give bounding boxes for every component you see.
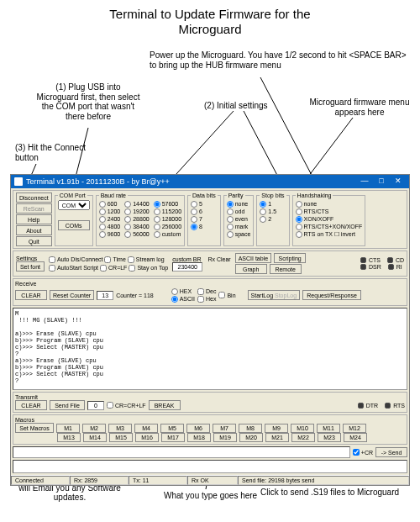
- check-crlf[interactable]: CR=LF: [100, 264, 127, 272]
- macro-M18[interactable]: M18: [187, 433, 211, 442]
- macro-M17[interactable]: M17: [161, 433, 185, 442]
- macro-M12[interactable]: M12: [343, 424, 366, 433]
- counter-input[interactable]: [97, 291, 113, 300]
- baud-14400[interactable]: 14400: [124, 200, 149, 208]
- handshake-RTSonTXinvert[interactable]: RTS on TX ☐ invert: [296, 230, 363, 238]
- ascii-table-button[interactable]: ASCII table: [235, 253, 271, 263]
- transmit-clear-button[interactable]: CLEAR: [15, 400, 47, 410]
- transmit-log[interactable]: [13, 460, 407, 473]
- databits-5[interactable]: 5: [191, 200, 218, 208]
- baud-9600[interactable]: 9600: [99, 230, 121, 238]
- macro-M14[interactable]: M14: [83, 433, 107, 442]
- macro-M24[interactable]: M24: [344, 433, 367, 442]
- baud-600[interactable]: 600: [99, 200, 121, 208]
- baud-1200[interactable]: 1200: [99, 208, 121, 215]
- baud-2400[interactable]: 2400: [99, 215, 121, 223]
- parity-group: Parity noneoddevenmarkspace: [223, 192, 255, 246]
- macro-M8[interactable]: M8: [239, 424, 262, 433]
- rescan-button[interactable]: ReScan: [16, 203, 52, 214]
- macro-M4[interactable]: M4: [134, 424, 158, 433]
- tx-crlf-check[interactable]: CR=CR+LF: [107, 402, 146, 409]
- macro-M13[interactable]: M13: [57, 433, 81, 442]
- baud-256000[interactable]: 256000: [154, 223, 181, 230]
- macro-M2[interactable]: M2: [82, 424, 106, 433]
- macro-M10[interactable]: M10: [291, 424, 314, 433]
- baud-115200[interactable]: 115200: [154, 208, 181, 215]
- macro-M11[interactable]: M11: [317, 424, 340, 433]
- startlog-button[interactable]: StartLog StopLog: [248, 290, 301, 300]
- transmit-input[interactable]: [13, 446, 350, 458]
- baud-56000[interactable]: 56000: [124, 230, 149, 238]
- check-autodc[interactable]: Auto Dis/Connect: [49, 256, 102, 263]
- macro-M20[interactable]: M20: [239, 433, 263, 442]
- maximize-button[interactable]: □: [374, 177, 389, 187]
- handshake-XONXOFF[interactable]: XON/XOFF: [296, 215, 363, 223]
- graph-button[interactable]: Graph: [235, 264, 267, 274]
- receive-textarea[interactable]: M !!! MG (SLAVE) !!! a)>>> Erase (SLAVE)…: [13, 308, 407, 390]
- about-button[interactable]: About: [16, 225, 52, 235]
- parity-mark[interactable]: mark: [227, 223, 251, 230]
- check-stayontop[interactable]: Stay on Top: [129, 264, 168, 272]
- rx-dec-check[interactable]: Dec: [197, 287, 216, 295]
- comport-select[interactable]: COM3: [58, 200, 90, 210]
- reset-counter-button[interactable]: Reset Counter: [50, 290, 94, 300]
- baud-28800[interactable]: 28800: [124, 215, 149, 223]
- rx-hex-check[interactable]: Hex: [197, 295, 216, 303]
- baud-128000[interactable]: 128000: [154, 215, 181, 223]
- parity-odd[interactable]: odd: [227, 208, 251, 215]
- break-button[interactable]: BREAK: [149, 400, 181, 410]
- custom-br-input[interactable]: [172, 262, 202, 272]
- macro-M15[interactable]: M15: [109, 433, 133, 442]
- macro-M22[interactable]: M22: [291, 433, 315, 442]
- baud-4800[interactable]: 4800: [99, 223, 121, 230]
- setfont-button[interactable]: Set font: [16, 261, 45, 272]
- coms-button[interactable]: COMs: [58, 220, 90, 230]
- baud-38400[interactable]: 38400: [124, 223, 149, 230]
- macro-M9[interactable]: M9: [265, 424, 288, 433]
- macro-M19[interactable]: M19: [213, 433, 237, 442]
- remote-button[interactable]: Remote: [270, 264, 302, 274]
- parity-even[interactable]: even: [227, 215, 251, 223]
- baud-57600[interactable]: 57600: [154, 200, 181, 208]
- stopbits-15[interactable]: 1.5: [260, 208, 286, 215]
- minimize-button[interactable]: —: [357, 177, 372, 187]
- stopbits-1[interactable]: 1: [260, 200, 286, 208]
- rx-bin-check[interactable]: Bin: [218, 292, 235, 299]
- send-button[interactable]: -> Send: [375, 447, 407, 457]
- macro-M7[interactable]: M7: [213, 424, 236, 433]
- disconnect-button[interactable]: Disconnect: [16, 192, 52, 203]
- cr-check[interactable]: +CR: [353, 449, 373, 456]
- baud-custom[interactable]: custom: [154, 230, 181, 238]
- rx-hex-radio[interactable]: HEX: [171, 287, 195, 295]
- reqres-button[interactable]: Request/Response: [302, 290, 361, 300]
- scripting-button[interactable]: Scripting: [274, 253, 306, 263]
- close-button[interactable]: ✕: [391, 177, 406, 187]
- handshake-RTSCTSXONXOFF[interactable]: RTS/CTS+XON/XOFF: [296, 223, 363, 230]
- transmit-cnt[interactable]: [87, 401, 104, 410]
- rx-ascii-radio[interactable]: ASCII: [171, 295, 195, 303]
- baud-19200[interactable]: 19200: [124, 208, 149, 215]
- help-button[interactable]: Help: [16, 214, 52, 224]
- parity-space[interactable]: space: [227, 230, 251, 238]
- check-autostart[interactable]: AutoStart Script: [49, 264, 98, 272]
- macro-M16[interactable]: M16: [135, 433, 159, 442]
- databits-6[interactable]: 6: [191, 208, 218, 215]
- check-time[interactable]: Time: [104, 256, 125, 263]
- handshake-none[interactable]: none: [296, 200, 363, 208]
- check-streamlog[interactable]: Stream log: [128, 256, 165, 263]
- handshake-RTSCTS[interactable]: RTS/CTS: [296, 208, 363, 215]
- receive-clear-button[interactable]: CLEAR: [15, 290, 47, 300]
- send-file-button[interactable]: Send File: [50, 400, 85, 410]
- databits-7[interactable]: 7: [191, 215, 218, 223]
- macro-M3[interactable]: M3: [108, 424, 132, 433]
- macro-M21[interactable]: M21: [265, 433, 289, 442]
- databits-8[interactable]: 8: [191, 223, 218, 230]
- parity-none[interactable]: none: [227, 200, 251, 208]
- macro-M23[interactable]: M23: [318, 433, 341, 442]
- quit-button[interactable]: Quit: [16, 236, 52, 246]
- set-macros-button[interactable]: Set Macros: [15, 423, 54, 433]
- macro-M5[interactable]: M5: [160, 424, 184, 433]
- macro-M6[interactable]: M6: [186, 424, 210, 433]
- stopbits-2[interactable]: 2: [260, 215, 286, 223]
- macro-M1[interactable]: M1: [56, 424, 80, 433]
